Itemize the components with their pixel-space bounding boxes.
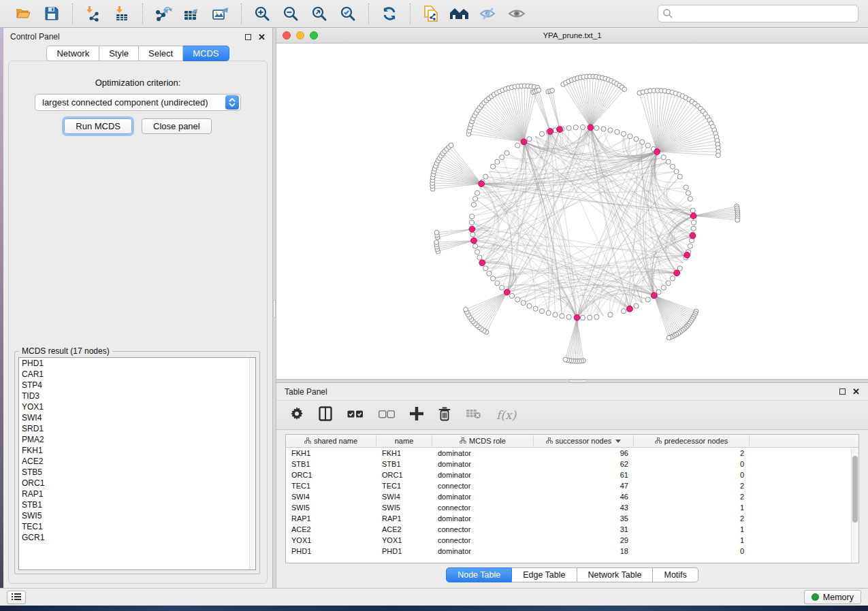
hide-eye-icon xyxy=(479,6,498,21)
mcds-result-item[interactable]: PMA2 xyxy=(19,434,255,445)
mcds-result-item[interactable]: TEC1 xyxy=(19,521,255,532)
import-network-button[interactable] xyxy=(81,3,106,24)
mcds-result-item[interactable]: PHD1 xyxy=(19,358,255,369)
zoom-fit-button[interactable] xyxy=(307,3,332,24)
mcds-result-item[interactable]: SRD1 xyxy=(19,423,255,434)
deselect-all-button[interactable] xyxy=(379,409,395,421)
hide-selected-button[interactable] xyxy=(476,3,500,24)
splitter-grip[interactable] xyxy=(273,300,276,318)
float-panel-icon[interactable] xyxy=(245,34,251,40)
show-all-button[interactable] xyxy=(504,3,529,24)
table-row[interactable]: SWI4SWI4dominator462 xyxy=(286,491,858,502)
tab-edge-table[interactable]: Edge Table xyxy=(512,567,577,582)
table-cell: SWI4 xyxy=(286,491,376,502)
export-image-button[interactable] xyxy=(208,3,233,24)
tab-network-table[interactable]: Network Table xyxy=(577,567,654,582)
table-body: FKH1FKH1dominator962STB1STB1dominator620… xyxy=(286,448,858,557)
table-cell: dominator xyxy=(432,459,534,469)
criterion-dropdown[interactable]: largest connected component (undirected) xyxy=(35,94,241,111)
column-type-icon xyxy=(304,437,311,445)
zoom-selected-button[interactable] xyxy=(336,3,360,24)
column-header-predecessor-nodes[interactable]: predecessor nodes xyxy=(634,435,750,447)
close-panel-icon[interactable]: ✕ xyxy=(852,389,860,395)
network-canvas[interactable] xyxy=(276,44,868,379)
zoom-out-button[interactable] xyxy=(278,3,303,24)
export-network-button[interactable] xyxy=(151,3,176,24)
mcds-result-list[interactable]: PHD1CAR1STP4TID3YOX1SWI4SRD1PMA2FKH1ACE2… xyxy=(18,357,256,570)
mcds-result-item[interactable]: FKH1 xyxy=(19,445,255,456)
status-bar: Memory xyxy=(0,588,868,606)
search-input[interactable] xyxy=(658,5,858,22)
mcds-result-item[interactable]: SWI5 xyxy=(19,510,255,521)
column-header-name[interactable]: name xyxy=(376,435,432,447)
table-panel-title: Table Panel xyxy=(285,387,327,397)
import-network-icon xyxy=(85,5,101,22)
scrollbar-thumb[interactable] xyxy=(852,456,858,523)
table-row[interactable]: ACE2ACE2connector311 xyxy=(286,524,858,535)
mcds-result-item[interactable]: YOX1 xyxy=(19,401,255,412)
mcds-result-item[interactable]: TID3 xyxy=(19,391,255,401)
run-mcds-button[interactable]: Run MCDS xyxy=(64,118,132,134)
open-file-button[interactable] xyxy=(11,3,35,24)
float-panel-icon[interactable] xyxy=(839,389,846,395)
column-header-MCDS-role[interactable]: MCDS role xyxy=(432,435,534,447)
mcds-list-scrollbar[interactable] xyxy=(249,358,255,569)
copy-network-button[interactable] xyxy=(419,3,443,24)
table-row[interactable]: PHD1PHD1dominator180 xyxy=(286,546,858,557)
table-row[interactable]: ORC1ORC1dominator610 xyxy=(286,469,858,480)
mcds-result-item[interactable]: ORC1 xyxy=(19,478,255,489)
mcds-result-item[interactable]: ACE2 xyxy=(19,456,255,467)
table-row[interactable]: RAP1RAP1dominator352 xyxy=(286,513,858,524)
mcds-result-item[interactable]: STB1 xyxy=(19,499,255,510)
copy-network-icon xyxy=(423,5,439,22)
tab-node-table[interactable]: Node Table xyxy=(446,567,512,582)
table-cell: connector xyxy=(432,480,534,491)
network-window-titlebar[interactable]: YPA_prune.txt_1 xyxy=(276,28,868,44)
table-cell: 18 xyxy=(534,546,634,557)
table-cell: SWI4 xyxy=(376,491,432,502)
table-row[interactable]: FKH1FKH1dominator962 xyxy=(286,448,858,459)
table-cell: 2 xyxy=(634,448,750,459)
mcds-result-item[interactable]: GCR1 xyxy=(19,532,255,543)
table-header-row: shared namenameMCDS rolesuccessor nodesp… xyxy=(286,435,858,448)
table-cell: 2 xyxy=(634,491,750,502)
zoom-selected-icon xyxy=(340,5,356,22)
select-all-button[interactable] xyxy=(347,409,364,421)
show-panels-button[interactable] xyxy=(7,591,26,604)
table-row[interactable]: STB1STB1dominator620 xyxy=(286,459,858,469)
mcds-result-item[interactable]: SWI4 xyxy=(19,412,255,423)
table-row[interactable]: TEC1TEC1connector472 xyxy=(286,480,858,491)
column-pane-button[interactable] xyxy=(319,406,332,424)
mcds-result-item[interactable]: RAP1 xyxy=(19,489,255,499)
column-header-successor-nodes[interactable]: successor nodes xyxy=(534,435,634,447)
export-table-button[interactable] xyxy=(180,3,204,24)
zoom-in-button[interactable] xyxy=(250,3,274,24)
table-row[interactable]: SWI5SWI5connector431 xyxy=(286,502,858,513)
add-column-button[interactable] xyxy=(410,407,423,423)
table-cell: RAP1 xyxy=(376,513,432,524)
splitter-grip[interactable] xyxy=(569,380,587,382)
delete-button[interactable] xyxy=(438,407,451,424)
import-table-button[interactable] xyxy=(110,3,134,24)
table-cell: ORC1 xyxy=(286,469,376,480)
close-panel-icon[interactable]: ✕ xyxy=(258,34,266,40)
close-panel-button[interactable]: Close panel xyxy=(142,118,212,134)
refresh-button[interactable] xyxy=(377,3,402,24)
memory-button[interactable]: Memory xyxy=(804,590,861,604)
first-neighbors-button[interactable] xyxy=(447,3,472,24)
mcds-result-item[interactable]: CAR1 xyxy=(19,369,255,380)
tab-select[interactable]: Select xyxy=(139,46,183,61)
tab-network[interactable]: Network xyxy=(46,46,99,61)
mcds-result-item[interactable]: STP4 xyxy=(19,380,255,391)
tab-mcds[interactable]: MCDS xyxy=(183,46,229,61)
function-builder-icon: f(x) xyxy=(496,408,516,422)
save-session-button[interactable] xyxy=(39,3,64,24)
table-scrollbar[interactable] xyxy=(851,448,858,563)
column-header-shared-name[interactable]: shared name xyxy=(286,435,376,447)
mcds-result-item[interactable]: STB5 xyxy=(19,467,255,478)
gear-button[interactable] xyxy=(290,407,304,423)
table-row[interactable]: YOX1YOX1connector291 xyxy=(286,535,858,546)
tab-style[interactable]: Style xyxy=(99,46,139,61)
tab-motifs[interactable]: Motifs xyxy=(653,567,698,582)
sort-descending-icon xyxy=(615,440,621,443)
